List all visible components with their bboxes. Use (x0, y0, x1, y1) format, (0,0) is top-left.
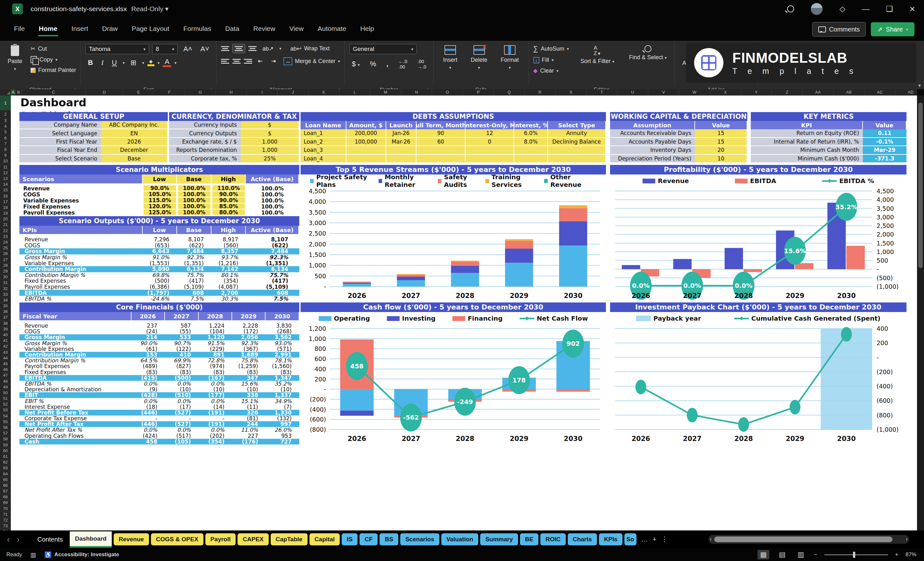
cell[interactable]: 15 (695, 129, 747, 138)
column-header[interactable]: C (22, 89, 86, 96)
cell[interactable]: 100.0% (177, 191, 212, 197)
row-header[interactable]: 39 (0, 326, 11, 332)
page-layout-view-button[interactable]: ▤ (776, 550, 788, 560)
cell[interactable]: 80.1% (212, 272, 246, 278)
cell[interactable]: 2,056 (232, 334, 266, 340)
header-cell[interactable]: Active (Base) (246, 174, 299, 183)
tab-formulas[interactable]: Formulas (183, 22, 212, 36)
cell[interactable] (386, 146, 417, 155)
more-sheets-button[interactable]: … (641, 535, 648, 543)
cell[interactable]: 15.1% (232, 398, 266, 404)
percent-style-button[interactable]: % (368, 59, 379, 69)
header-cell[interactable]: Select Type (548, 121, 606, 129)
cell[interactable]: (622) (246, 243, 299, 249)
column-header[interactable]: D (86, 89, 123, 96)
macro-record-icon[interactable]: ▥ (30, 551, 36, 558)
cell[interactable]: (191) (199, 410, 232, 416)
cell[interactable]: Loan_1 (301, 129, 346, 138)
cell[interactable]: (571) (266, 346, 299, 352)
cell[interactable]: 5,090 (142, 266, 177, 272)
prev-sheet-arrow[interactable]: ‹ (7, 535, 10, 544)
column-header[interactable]: O (432, 89, 463, 96)
cell[interactable]: 0.0% (199, 427, 232, 433)
row-header[interactable]: 69 (0, 500, 11, 506)
row-header[interactable]: 73 (0, 523, 11, 529)
cell[interactable]: (527) (165, 421, 198, 427)
cell[interactable]: 93.0% (266, 340, 299, 346)
cell[interactable]: EBIT (20, 392, 132, 398)
cell[interactable]: 0.0% (165, 427, 198, 433)
cell[interactable]: Contribution Margin % (20, 357, 132, 363)
cell[interactable]: Interest Expense (20, 404, 132, 410)
row-header[interactable]: 5 (0, 129, 11, 135)
cell[interactable]: 0.0% (165, 398, 198, 404)
cell[interactable]: 90.7% (165, 340, 198, 346)
borders-button[interactable]: ⊞ (128, 58, 139, 68)
cell[interactable]: Minimum Cash Month (751, 146, 863, 155)
sheet-tab-payroll[interactable]: Payroll (206, 533, 236, 545)
row-header[interactable]: 21 (0, 222, 11, 228)
cell[interactable]: Net Profit Before Tax (20, 410, 132, 416)
header-cell[interactable]: Interest-Only, M (465, 121, 514, 129)
header-cell[interactable]: High (212, 226, 246, 234)
cell[interactable]: 100.0% (246, 185, 299, 191)
cell[interactable]: Net Profit After Tax (20, 421, 132, 427)
row-header[interactable]: 30 (0, 274, 11, 280)
cell[interactable]: 7.5% (246, 296, 299, 302)
header-cell[interactable]: Full Term, Months (417, 121, 465, 129)
zoom-out-button[interactable]: − (814, 551, 818, 558)
cell[interactable]: Gross Margin (20, 248, 142, 254)
cell[interactable]: (11) (232, 404, 266, 410)
cell[interactable]: (83) (266, 369, 299, 375)
cell[interactable]: Contribution Margin (20, 266, 142, 272)
cell[interactable]: (9) (132, 387, 165, 392)
clear-button[interactable]: ◆ Clear ▾ (533, 67, 569, 74)
cell[interactable]: 336 (232, 392, 266, 398)
cell[interactable]: (974) (199, 363, 232, 369)
row-header[interactable]: 41 (0, 338, 11, 344)
accessibility-status[interactable]: ♿ Accessibility: Investigate (44, 551, 119, 558)
row-header[interactable]: 11 (0, 164, 11, 170)
row-header[interactable]: 26 (0, 251, 11, 256)
cell[interactable]: 100.0% (177, 197, 212, 204)
cell[interactable]: Fixed Expenses (20, 278, 142, 284)
cell[interactable]: Gross Margin % (20, 254, 142, 261)
cell[interactable]: (229) (199, 346, 232, 352)
row-header[interactable]: 13 (0, 176, 11, 182)
cell[interactable]: Jan-26 (386, 129, 417, 138)
row-header[interactable]: 60 (0, 448, 11, 454)
row-header[interactable]: 43 (0, 350, 11, 356)
sheet-tab-be[interactable]: BE (520, 533, 538, 545)
cell[interactable]: Inventory Days (610, 146, 695, 155)
cell[interactable]: EBITDA % (20, 296, 142, 302)
cell[interactable]: 105.0% (142, 191, 177, 197)
next-sheet-arrow[interactable]: › (17, 535, 20, 544)
cell[interactable]: 69.8% (142, 272, 177, 278)
cell[interactable]: COGS (20, 191, 142, 197)
cell[interactable]: (1,259) (232, 363, 266, 369)
cell[interactable]: 75.7% (177, 272, 212, 278)
cell[interactable]: Depreciation Period (Years) (610, 155, 695, 164)
row-header[interactable]: 57 (0, 430, 11, 436)
cell[interactable]: 1,337 (266, 392, 299, 398)
cell[interactable]: (268) (266, 328, 299, 334)
header-cell[interactable]: Interest, % (514, 121, 548, 129)
cell[interactable]: 120.0% (142, 204, 177, 210)
cell[interactable]: Operating Cash Flows (20, 433, 132, 439)
minimize-button[interactable]: — (862, 4, 870, 14)
cell[interactable]: (510) (165, 392, 198, 398)
column-header[interactable]: J (278, 89, 309, 96)
tab-draw[interactable]: Draw (102, 22, 118, 36)
column-header[interactable]: AA (803, 89, 834, 96)
borders-menu[interactable]: ▾ (142, 60, 144, 65)
cell[interactable]: COGS (20, 243, 142, 249)
comments-button[interactable]: Comments (812, 22, 866, 37)
cell[interactable]: 727 (266, 439, 299, 444)
header-cell[interactable]: Value (863, 121, 906, 129)
row-header[interactable]: 67 (0, 488, 11, 494)
cell[interactable]: EBITDA (20, 290, 142, 296)
cell[interactable]: 91.0% (142, 254, 177, 261)
row-header[interactable]: 47 (0, 372, 11, 378)
cell[interactable]: Accounts Receivable Days (610, 129, 695, 138)
row-header[interactable]: 2 (0, 111, 11, 118)
